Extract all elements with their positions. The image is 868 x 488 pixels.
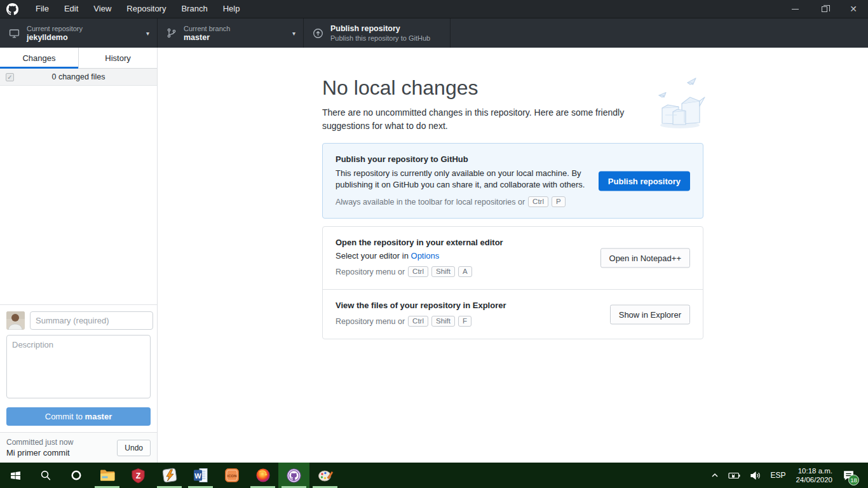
select-all-checkbox[interactable]: ✓ [6, 73, 14, 81]
chevron-down-icon: ▾ [146, 30, 149, 37]
file-explorer-icon [99, 467, 116, 484]
key-shift: Shift [431, 266, 455, 277]
search-icon [40, 470, 51, 481]
page-title: No local changes [322, 76, 703, 100]
minimize-button[interactable] [780, 0, 810, 18]
github-desktop-window: File Edit View Repository Branch Help ✕ … [0, 0, 868, 488]
search-button[interactable] [31, 463, 61, 488]
svg-text:W: W [194, 472, 201, 480]
notification-center-button[interactable]: 18 [838, 463, 862, 488]
svg-text:ICON: ICON [227, 474, 236, 478]
tray-chevron-up-icon[interactable] [706, 463, 724, 488]
current-repository-label: Current repository [27, 24, 83, 33]
publish-card-hint-text: Always available in the toolbar for loca… [336, 198, 525, 207]
page-subtitle: There are no uncommitted changes in this… [322, 106, 640, 133]
clock-time: 10:18 a.m. [796, 466, 832, 475]
select-editor-text: Select your editor in [336, 251, 409, 261]
toolbar-filler [451, 18, 868, 48]
commit-button-branch: master [85, 412, 112, 421]
last-commit-status: Committed just now [6, 437, 73, 447]
restore-button[interactable] [810, 0, 839, 18]
icon-app-icon: ICON [224, 467, 240, 484]
taskbar-app-zotero[interactable]: Z [123, 463, 154, 488]
description-textarea[interactable] [6, 335, 151, 398]
open-in-editor-button[interactable]: Open in Notepad++ [600, 248, 690, 268]
windows-taskbar: Z W ICON ESP [0, 463, 868, 488]
chevron-down-icon: ▾ [292, 30, 295, 37]
current-branch-dropdown[interactable]: Current branch master ▾ [158, 18, 304, 48]
menu-repository[interactable]: Repository [119, 0, 173, 18]
publish-repository-button[interactable]: Publish repository [599, 171, 690, 191]
menu-view[interactable]: View [86, 0, 119, 18]
key-shift: Shift [431, 316, 455, 327]
publish-repository-title: Publish repository [330, 24, 430, 34]
tab-history[interactable]: History [78, 48, 157, 68]
current-branch-value: master [184, 33, 230, 43]
menu-edit[interactable]: Edit [57, 0, 86, 18]
menu-branch[interactable]: Branch [173, 0, 215, 18]
last-commit-message: Mi primer commit [6, 447, 73, 458]
tab-changes[interactable]: Changes [0, 48, 78, 68]
taskbar-app-winamp[interactable] [154, 463, 185, 488]
last-commit-bar: Committed just now Mi primer commit Undo [0, 432, 157, 463]
system-tray: ESP 10:18 a.m. 24/06/2020 18 [706, 463, 868, 488]
window-controls: ✕ [780, 0, 868, 18]
current-repository-value: jekylldemo [27, 33, 83, 43]
open-editor-title: Open the repository in your external edi… [336, 238, 690, 247]
show-explorer-hint-text: Repository menu or [336, 317, 405, 326]
publish-repository-toolbar-button[interactable]: Publish repository Publish this reposito… [304, 18, 451, 48]
no-changes-illustration-icon [651, 72, 709, 134]
taskbar-app-paint[interactable] [309, 463, 341, 488]
publish-card-body: This repository is currently only availa… [336, 168, 615, 191]
taskbar-app-file-explorer[interactable] [92, 463, 123, 488]
github-logo-icon [6, 3, 19, 15]
taskbar-app-firefox[interactable] [247, 463, 278, 488]
key-ctrl: Ctrl [528, 196, 548, 207]
open-editor-hint-text: Repository menu or [336, 268, 405, 276]
cortana-button[interactable] [61, 463, 92, 488]
publish-card-hint: Always available in the toolbar for loca… [336, 196, 690, 207]
taskbar-app-github-desktop[interactable] [278, 463, 309, 488]
summary-input[interactable] [30, 311, 153, 330]
key-p: P [552, 196, 566, 207]
undo-button[interactable]: Undo [117, 440, 151, 456]
current-repository-dropdown[interactable]: Current repository jekylldemo ▾ [0, 18, 158, 48]
svg-text:Z: Z [136, 471, 141, 480]
suggestions-card-group: Open the repository in your external edi… [322, 226, 703, 339]
minimize-icon [792, 9, 799, 10]
paint-icon [317, 467, 334, 484]
menu-file[interactable]: File [28, 0, 57, 18]
taskbar-app-word[interactable]: W [185, 463, 216, 488]
zotero-icon: Z [130, 468, 146, 484]
publish-card: Publish your repository to GitHub This r… [322, 143, 703, 219]
titlebar: File Edit View Repository Branch Help ✕ [0, 0, 868, 18]
firefox-icon [255, 467, 271, 484]
winamp-icon [161, 467, 178, 484]
windows-logo-icon [10, 470, 21, 481]
clock[interactable]: 10:18 a.m. 24/06/2020 [790, 466, 838, 484]
restore-icon [822, 6, 827, 12]
cortana-icon [71, 470, 82, 481]
user-avatar [6, 311, 25, 330]
github-desktop-icon [285, 467, 302, 484]
language-indicator[interactable]: ESP [766, 463, 790, 488]
commit-form: Commit to master [0, 304, 157, 432]
taskbar-app-icon-app[interactable]: ICON [216, 463, 247, 488]
show-in-explorer-button[interactable]: Show in Explorer [610, 304, 690, 324]
menu-help[interactable]: Help [215, 0, 248, 18]
start-button[interactable] [0, 463, 31, 488]
computer-icon [9, 28, 20, 39]
open-editor-card: Open the repository in your external edi… [323, 227, 703, 289]
battery-icon[interactable] [724, 463, 745, 488]
upload-icon [313, 28, 323, 39]
close-button[interactable]: ✕ [839, 0, 868, 18]
clock-date: 24/06/2020 [796, 475, 832, 484]
publish-card-title: Publish your repository to GitHub [336, 154, 690, 164]
publish-repository-subtitle: Publish this repository to GitHub [330, 34, 430, 43]
commit-to-master-button[interactable]: Commit to master [6, 407, 151, 426]
key-ctrl: Ctrl [408, 266, 428, 277]
key-a: A [458, 266, 472, 277]
options-link[interactable]: Options [411, 251, 440, 261]
word-icon: W [193, 467, 209, 484]
volume-icon[interactable] [745, 463, 766, 488]
